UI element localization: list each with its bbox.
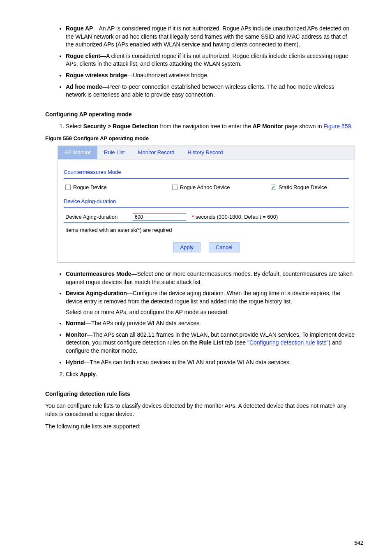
- figure-caption: Figure 559 Configure AP operating mode: [45, 135, 392, 142]
- section-aging: Device Aging-duration: [64, 197, 349, 208]
- tab-monitor-record[interactable]: Monitor Record: [131, 146, 181, 159]
- label-static-rogue: Static Rogue Device: [279, 184, 327, 191]
- step-1: Select Security > Rogue Detection from t…: [66, 123, 355, 131]
- hint-aging: seconds (300-1800, Default = 600): [196, 214, 278, 220]
- input-aging[interactable]: [133, 213, 186, 221]
- apply-button[interactable]: Apply: [173, 242, 201, 252]
- tab-ap-monitor[interactable]: AP Monitor: [58, 146, 97, 159]
- step-2: Click Apply.: [66, 370, 355, 379]
- screenshot-ap-monitor: AP Monitor Rule List Monitor Record Hist…: [58, 146, 355, 263]
- link-config-detection-rules[interactable]: Configuring detection rule lists: [249, 339, 327, 346]
- checkbox-rogue-device[interactable]: [65, 185, 71, 190]
- bullet-countermeasures: Countermeasures Mode—Select one or more …: [66, 270, 355, 286]
- link-figure-559[interactable]: Figure 559: [323, 123, 351, 130]
- bullet-normal: Normal—The APs only provide WLAN data se…: [66, 319, 355, 328]
- label-rogue-adhoc: Rogue Adhoc Device: [180, 184, 230, 191]
- bullet-rogue-bridge: Rogue wireless bridge—Unauthorized wirel…: [66, 72, 355, 80]
- bullet-monitor: Monitor—The APs scan all 802.11 frames i…: [66, 331, 355, 355]
- checkbox-static-rogue[interactable]: [271, 185, 276, 190]
- checkbox-rogue-adhoc[interactable]: [172, 185, 178, 190]
- cancel-button[interactable]: Cancel: [209, 242, 239, 252]
- label-aging: Device Aging-duration: [65, 213, 127, 221]
- top-bullet-list: Rogue AP—An AP is considered rogue if it…: [0, 25, 392, 99]
- tab-history-record[interactable]: History Record: [181, 146, 230, 159]
- mid-bullet-list: Countermeasures Mode—Select one or more …: [0, 270, 392, 366]
- rule-sub: The following rule lists are supported:: [0, 423, 392, 431]
- label-rogue-device: Rogue Device: [73, 184, 107, 191]
- bullet-hybrid: Hybrid—The APs can both scan devices in …: [66, 358, 355, 367]
- required-note: Items marked with an asterisk(*) are req…: [64, 223, 349, 239]
- bullet-aging: Device Aging-duration—Configure the devi…: [66, 289, 355, 316]
- heading-config-ap-mode: Configuring AP operating mode: [45, 111, 392, 119]
- tab-rule-list[interactable]: Rule List: [97, 146, 131, 159]
- heading-config-rule-lists: Configuring detection rule lists: [45, 390, 392, 398]
- bullet-rogue-client: Rogue client—A client is considered rogu…: [66, 52, 355, 68]
- rule-para: You can configure rule lists to classify…: [0, 402, 392, 418]
- section-countermeasures: Countermeasures Mode: [64, 168, 349, 178]
- bullet-adhoc: Ad hoc mode—Peer-to-peer connection esta…: [66, 83, 355, 99]
- bullet-rogue-ap: Rogue AP—An AP is considered rogue if it…: [66, 25, 355, 49]
